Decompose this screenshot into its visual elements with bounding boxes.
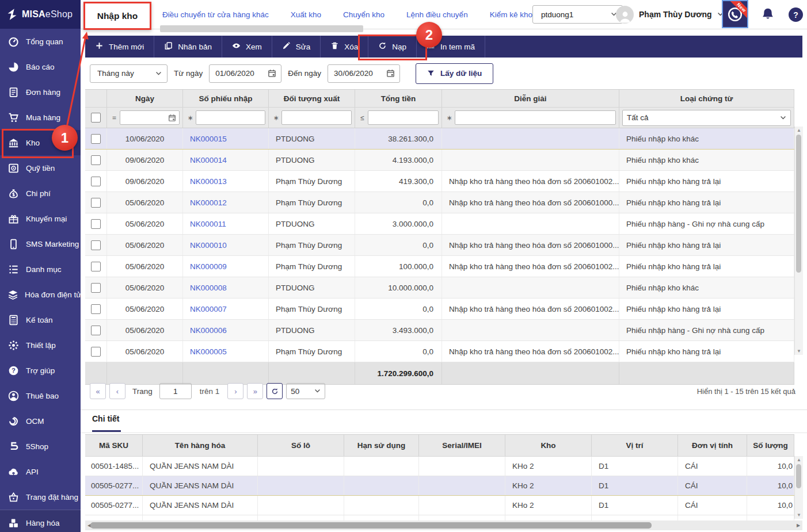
toolbar-button-plus[interactable]: Thêm mới <box>85 36 154 58</box>
column-header-0[interactable]: Ngày <box>107 90 183 107</box>
table-row[interactable]: 05/06/2020NK000011PTDUONG3.000.000,0Phiế… <box>85 213 794 235</box>
table-row[interactable]: 05/06/2020NK000012Phạm Thùy Dương0,0Nhập… <box>85 192 794 213</box>
header-tab-3[interactable]: Lệnh điều chuyển <box>406 10 468 19</box>
row-checkbox[interactable] <box>85 235 107 255</box>
select-all-checkbox[interactable] <box>85 108 107 128</box>
scrollbar-thumb[interactable] <box>90 522 652 529</box>
toolbar-button-pencil[interactable]: Sửa <box>272 36 321 58</box>
partner-filter-input[interactable] <box>281 110 352 125</box>
notifications-button[interactable] <box>761 7 775 21</box>
toolbar-button-eye[interactable]: Xem <box>222 36 272 58</box>
header-tab-1[interactable]: Xuất kho <box>291 10 321 19</box>
no-filter-input[interactable] <box>196 110 265 125</box>
sidebar-item-report[interactable]: Báo cáo <box>0 54 81 79</box>
sidebar-item-accounting[interactable]: Kế toán <box>0 307 81 332</box>
sidebar-item-goods[interactable]: Hàng hóa <box>0 510 81 532</box>
prev-page-button[interactable]: ‹ <box>109 383 125 399</box>
receipt-link[interactable]: NK000010 <box>190 241 227 250</box>
store-selector[interactable]: ptduong1 <box>532 5 623 24</box>
sidebar-item-e-invoice[interactable]: Hóa đơn điện tử <box>0 282 81 307</box>
sidebar-item-promotion[interactable]: Khuyến mại <box>0 206 81 231</box>
receipt-link[interactable]: NK000015 <box>190 135 227 143</box>
sidebar-item-orders[interactable]: Đơn hàng <box>0 79 81 105</box>
table-row[interactable]: 05/06/2020NK000008PTDUONG10.000.000,0Phi… <box>85 277 794 298</box>
scroll-right-icon[interactable]: ▶ <box>794 520 802 530</box>
desc-filter-input[interactable] <box>455 110 616 125</box>
page-size-select[interactable]: 50 <box>286 383 325 399</box>
row-checkbox[interactable] <box>85 150 107 170</box>
header-tab-2[interactable]: Chuyển kho <box>343 10 385 19</box>
toolbar-button-barcode[interactable]: In tem mã <box>417 36 485 58</box>
row-checkbox[interactable] <box>85 256 107 277</box>
first-page-button[interactable]: « <box>90 383 106 399</box>
sidebar-item-category[interactable]: Danh mục <box>0 257 81 282</box>
horizontal-scrollbar[interactable]: ◀ ▶ <box>85 520 802 530</box>
sidebar-item-warehouse[interactable]: Kho <box>0 130 81 155</box>
sidebar-item-help[interactable]: ?Trợ giúp <box>0 358 81 383</box>
receipt-link[interactable]: NK000011 <box>190 220 226 228</box>
column-header-4[interactable]: Diễn giải <box>442 90 619 107</box>
column-header-3[interactable]: Tổng tiền <box>355 90 442 107</box>
period-select[interactable]: Tháng này <box>90 64 168 83</box>
table-row[interactable]: 10/06/2020NK000015PTDUONG38.261.300,0Phi… <box>85 128 794 150</box>
table-row[interactable]: 05/06/2020NK000006PTDUONG3.493.000,0Phiế… <box>85 320 794 341</box>
scroll-down-icon[interactable]: ▼ <box>795 511 803 519</box>
to-date-input[interactable]: 30/06/2020 <box>328 64 400 83</box>
sidebar-item-subscriber[interactable]: Thuê bao <box>0 383 81 408</box>
page-number-input[interactable]: 1 <box>159 383 192 399</box>
help-button[interactable]: ? <box>789 7 803 22</box>
header-tab-0[interactable]: Điều chuyển từ cửa hàng khác <box>162 10 269 19</box>
receipt-link[interactable]: NK000013 <box>190 177 227 186</box>
app-logo[interactable]: MISAeShop <box>0 0 81 29</box>
column-header-2[interactable]: Đối tượng xuất <box>269 90 355 107</box>
receipt-link[interactable]: NK000014 <box>190 156 227 164</box>
sidebar-item-settings[interactable]: Thiết lập <box>0 332 81 358</box>
load-data-button[interactable]: Lấy dữ liệu <box>416 63 493 84</box>
last-page-button[interactable]: » <box>247 383 263 399</box>
toolbar-button-refresh[interactable]: Nạp <box>368 36 417 58</box>
tab-chi-tiet[interactable]: Chi tiết <box>92 414 119 423</box>
receipt-link[interactable]: NK000008 <box>190 284 227 292</box>
scroll-up-icon[interactable]: ▲ <box>795 456 803 464</box>
user-menu[interactable]: Phạm Thùy Dương <box>616 5 724 24</box>
row-checkbox[interactable] <box>85 320 107 340</box>
table-row[interactable]: 05/06/2020NK000005Phạm Thùy Dương0,0Nhập… <box>85 341 794 362</box>
toolbar-button-duplicate[interactable]: Nhân bản <box>154 36 222 58</box>
receipt-link[interactable]: NK000005 <box>190 347 227 356</box>
refresh-page-button[interactable] <box>267 383 283 399</box>
row-checkbox[interactable] <box>85 171 107 192</box>
table-row[interactable]: 09/06/2020NK000014PTDUONG4.193.000,0Phiế… <box>85 150 794 171</box>
row-checkbox[interactable] <box>85 341 107 362</box>
table-row[interactable]: 05/06/2020NK000007Phạm Thùy Dương0,0Nhập… <box>85 298 794 320</box>
table-row[interactable]: 09/06/2020NK000013Phạm Thùy Dương419.300… <box>85 171 794 192</box>
row-checkbox[interactable] <box>85 213 107 234</box>
header-tab-4[interactable]: Kiểm kê kho <box>490 10 532 19</box>
scrollbar-thumb[interactable] <box>796 135 801 273</box>
detail-row[interactable]: 00505-0277...QUẦN JEANS NAM DÀIKHo 2D1CÁ… <box>85 496 794 515</box>
sidebar-item-5shop[interactable]: 5Shop <box>0 434 81 459</box>
date-filter-input[interactable] <box>120 110 180 125</box>
sidebar-item-expense[interactable]: Chi phí <box>0 181 81 206</box>
table-row[interactable]: 05/06/2020NK000009Phạm Thùy Dương100.000… <box>85 256 794 277</box>
tabstrip-scrollbar[interactable] <box>160 25 363 32</box>
detail-vertical-scrollbar[interactable]: ▲ ▼ <box>794 456 803 519</box>
column-header-5[interactable]: Loại chứng từ <box>619 90 794 107</box>
table-vertical-scrollbar[interactable]: ▲ ▼ <box>794 127 803 355</box>
receipt-link[interactable]: NK000012 <box>190 198 227 207</box>
sidebar-item-api[interactable]: API <box>0 459 81 484</box>
receipt-link[interactable]: NK000006 <box>190 326 227 335</box>
total-filter-input[interactable] <box>368 110 439 125</box>
next-page-button[interactable]: › <box>227 383 243 399</box>
row-checkbox[interactable] <box>85 298 107 319</box>
toolbar-button-trash[interactable]: Xóa <box>321 36 368 58</box>
sidebar-item-dashboard[interactable]: Tổng quan <box>0 29 81 54</box>
detail-row[interactable]: 00501-1485...QUẦN JEANS NAM DÀIKHo 2D1CÁ… <box>85 457 794 476</box>
from-date-input[interactable]: 01/06/2020 <box>209 64 281 83</box>
sidebar-item-sms[interactable]: SMS Marketing <box>0 231 81 257</box>
sidebar-item-ocm[interactable]: OCM <box>0 408 81 434</box>
scroll-down-icon[interactable]: ▼ <box>795 347 803 355</box>
row-checkbox[interactable] <box>85 128 107 149</box>
tab-nhap-kho[interactable]: Nhập kho <box>83 2 151 30</box>
scrollbar-thumb[interactable] <box>796 464 801 488</box>
receipt-link[interactable]: NK000007 <box>190 305 227 313</box>
